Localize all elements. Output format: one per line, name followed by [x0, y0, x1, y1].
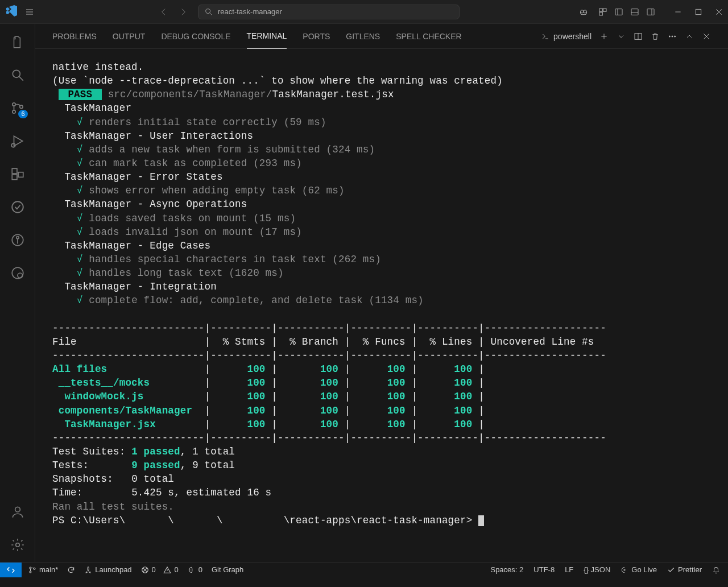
titlebar: react-task-manager — [0, 0, 728, 24]
svg-line-21 — [19, 77, 23, 81]
svg-point-20 — [13, 70, 20, 77]
svg-point-55 — [624, 569, 625, 570]
accounts-icon[interactable] — [4, 498, 31, 526]
gitlens-tab[interactable] — [4, 226, 31, 254]
status-ports[interactable]: 0 — [188, 565, 202, 574]
close-icon[interactable] — [714, 7, 723, 16]
new-terminal-icon[interactable] — [599, 32, 609, 41]
svg-point-49 — [30, 571, 31, 573]
svg-rect-17 — [696, 9, 701, 14]
svg-point-45 — [675, 36, 676, 37]
tab-terminal[interactable]: TERMINAL — [247, 24, 287, 49]
svg-point-44 — [672, 36, 673, 37]
search-icon — [204, 7, 213, 16]
svg-point-36 — [15, 507, 20, 512]
panel: PROBLEMS OUTPUT DEBUG CONSOLE TERMINAL P… — [35, 24, 728, 562]
terminal-profile[interactable]: powershell — [541, 32, 592, 41]
svg-point-22 — [12, 103, 15, 106]
svg-point-6 — [584, 10, 586, 13]
status-sync[interactable] — [67, 566, 75, 574]
status-prettier[interactable]: Prettier — [667, 565, 702, 574]
svg-rect-29 — [18, 172, 23, 177]
layout-customize-icon[interactable] — [598, 7, 607, 16]
tab-gitlens[interactable]: GITLENS — [346, 24, 380, 49]
svg-line-4 — [210, 13, 212, 15]
nav-forward-icon[interactable] — [179, 7, 188, 16]
copilot-icon[interactable] — [579, 7, 588, 16]
explorer-tab[interactable] — [4, 28, 31, 56]
status-bell-icon[interactable] — [712, 566, 720, 574]
vscode-logo-icon — [5, 4, 18, 19]
status-golive[interactable]: Go Live — [621, 565, 657, 574]
run-debug-tab[interactable] — [4, 127, 31, 155]
svg-rect-8 — [603, 9, 606, 11]
status-launchpad[interactable]: Launchpad — [84, 565, 131, 574]
tab-problems[interactable]: PROBLEMS — [52, 24, 97, 49]
tab-output[interactable]: OUTPUT — [113, 24, 146, 49]
svg-point-32 — [16, 237, 18, 239]
terminal-icon — [541, 32, 550, 41]
terminal-output[interactable]: native instead. (Use `node --trace-depre… — [35, 49, 728, 562]
svg-point-43 — [669, 36, 670, 37]
status-encoding[interactable]: UTF-8 — [533, 565, 555, 574]
panel-left-icon[interactable] — [614, 7, 623, 16]
more-icon[interactable] — [668, 32, 677, 41]
chevron-down-icon[interactable] — [617, 32, 626, 41]
svg-rect-7 — [599, 9, 602, 11]
svg-point-35 — [18, 273, 23, 278]
status-spaces[interactable]: Spaces: 2 — [490, 565, 523, 574]
panel-right-icon[interactable] — [646, 7, 655, 16]
scm-badge: 6 — [18, 110, 27, 118]
maximize-icon[interactable] — [694, 7, 703, 16]
menu-icon[interactable] — [23, 5, 36, 19]
svg-rect-9 — [599, 12, 602, 15]
minimize-icon[interactable] — [673, 7, 682, 16]
search-tab[interactable] — [4, 61, 31, 89]
extensions-tab[interactable] — [4, 160, 31, 188]
panel-tabs: PROBLEMS OUTPUT DEBUG CONSOLE TERMINAL P… — [35, 24, 728, 49]
tab-ports[interactable]: PORTS — [303, 24, 330, 49]
svg-rect-14 — [647, 9, 654, 15]
status-bar: main* Launchpad 0 0 0 Git Graph Spaces: … — [0, 562, 728, 577]
svg-rect-27 — [12, 168, 17, 173]
svg-point-37 — [15, 543, 19, 547]
maximize-panel-icon[interactable] — [685, 32, 694, 41]
command-center[interactable]: react-task-manager — [198, 5, 460, 19]
svg-point-24 — [19, 105, 22, 108]
settings-icon[interactable] — [4, 531, 31, 559]
tab-debug-console[interactable]: DEBUG CONSOLE — [161, 24, 230, 49]
test-tab[interactable] — [4, 193, 31, 221]
close-panel-icon[interactable] — [702, 32, 711, 41]
svg-rect-28 — [12, 175, 17, 180]
status-gitgraph[interactable]: Git Graph — [212, 565, 243, 574]
activity-bar: 6 — [0, 24, 35, 562]
nav-back-icon[interactable] — [159, 7, 168, 16]
svg-point-48 — [30, 567, 31, 569]
svg-rect-10 — [615, 9, 622, 15]
status-problems[interactable]: 0 0 — [141, 565, 179, 574]
remote-tab[interactable] — [4, 259, 31, 287]
panel-bottom-icon[interactable] — [630, 7, 639, 16]
status-language[interactable]: {} JSON — [584, 565, 610, 574]
tab-spell-checker[interactable]: SPELL CHECKER — [396, 24, 461, 49]
kill-terminal-icon[interactable] — [651, 32, 660, 41]
status-eol[interactable]: LF — [565, 565, 573, 574]
status-branch[interactable]: main* — [28, 565, 58, 574]
remote-indicator[interactable] — [0, 563, 22, 577]
svg-point-3 — [206, 9, 210, 13]
svg-point-30 — [12, 201, 23, 213]
svg-rect-12 — [631, 9, 638, 15]
svg-point-23 — [12, 110, 15, 113]
source-control-tab[interactable]: 6 — [4, 94, 31, 122]
split-terminal-icon[interactable] — [634, 32, 643, 41]
svg-point-5 — [581, 10, 584, 13]
search-text: react-task-manager — [218, 7, 282, 16]
